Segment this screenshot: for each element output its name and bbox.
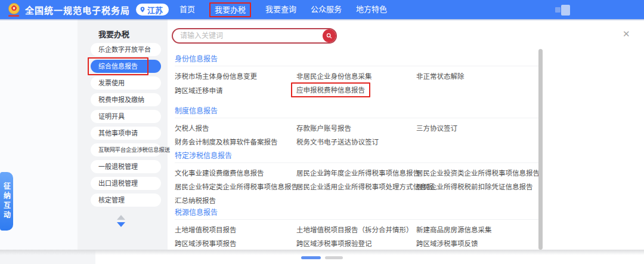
section-title-system-info-report: 制度信息报告 [175, 107, 540, 118]
sidebar-item-leqi-digital-platform[interactable]: 乐企数字开放平台 [91, 43, 161, 56]
nav-item-home[interactable]: 首页 [179, 0, 195, 19]
sidebar-scroll-down-icon[interactable] [117, 222, 125, 227]
section-identity-info-report: 身份信息报告涉税市场主体身份信息变更非居民企业身份信息采集非正常状态解除跨区域迁… [175, 55, 540, 96]
link-item[interactable]: 跨区域涉税事项反馈 [416, 238, 478, 248]
link-item[interactable]: 应申报税费种信息报告 [291, 82, 370, 97]
sidebar-item-general-refund[interactable]: 一般退税管理 [91, 160, 161, 173]
link-item[interactable]: 文化事业建设费缴费信息报告 [175, 168, 264, 177]
section-title-identity-info-report: 身份信息报告 [175, 55, 540, 66]
search-input[interactable] [173, 32, 323, 40]
sidebar-item-export-refund[interactable]: 出口退税管理 [91, 177, 161, 190]
link-item[interactable]: 涉税市场主体身份信息变更 [175, 71, 257, 81]
pagination-bar[interactable] [301, 256, 321, 259]
link-row: 文化事业建设费缴费信息报告居民企业跨年度企业所得税事项信息报告居民企业投资类企业… [175, 165, 540, 179]
nav-item-local-features[interactable]: 地方特色 [356, 0, 387, 19]
sidebar-item-tax-filing-payment[interactable]: 税费申报及缴纳 [91, 93, 161, 106]
link-row: 涉税市场主体身份信息变更非居民企业身份信息采集非正常状态解除 [175, 69, 540, 82]
service-sections: 身份信息报告涉税市场主体身份信息变更非居民企业身份信息采集非正常状态解除跨区域迁… [175, 55, 540, 250]
link-item[interactable]: 欠税人报告 [175, 123, 209, 133]
link-cell: 居民企业跨年度企业所得税事项信息报告 [296, 167, 416, 178]
link-cell: 税务文书电子送达协议签订 [296, 136, 416, 147]
link-cell: 新建商品房房源信息采集 [416, 224, 540, 235]
link-item[interactable]: 汇总纳税报告 [175, 195, 216, 205]
topbar: 全国统一规范电子税务局 江苏 首页我要办税我要查询公众服务地方特色 [0, 0, 644, 19]
link-row: 欠税人报告存款账户账号报告三方协议签订 [175, 121, 540, 134]
link-cell: 跨区域涉税事项报告 [175, 238, 296, 248]
pagination-bar[interactable] [325, 256, 343, 259]
region-badge[interactable]: 江苏 [136, 4, 169, 16]
link-row: 财务会计制度及核算软件备案报告税务文书电子送达协议签订 [175, 134, 540, 148]
link-cell: 土地增值税项目报告（拆分合并情形） [296, 224, 416, 235]
section-title-specific-tax-info-report: 特定涉税信息报告 [175, 152, 540, 162]
link-cell: 财务会计制度及核算软件备案报告 [175, 136, 296, 147]
section-title-tax-source-info-report: 税源信息报告 [175, 208, 540, 219]
link-item[interactable]: 土地增值税项目报告（拆分合并情形） [296, 225, 413, 234]
bottom-shadow-band [0, 250, 644, 255]
link-item[interactable]: 财务会计制度及核算软件备案报告 [175, 137, 278, 146]
sidebar-header: 我要办税 [98, 28, 129, 39]
link-cell: 居民企业投资类企业所得税事项信息报告 [416, 167, 540, 178]
link-cell: 非居民企业身份信息采集 [296, 70, 416, 81]
nav-item-public-service[interactable]: 公众服务 [311, 0, 342, 19]
app-window: 全国统一规范电子税务局 江苏 首页我要办税我要查询公众服务地方特色 征纳互动 我… [0, 0, 644, 264]
link-item[interactable]: 居民企业所得税税前扣除凭证信息报告 [416, 182, 533, 191]
link-item[interactable]: 跨区域迁移申请 [175, 85, 223, 95]
section-rows: 文化事业建设费缴费信息报告居民企业跨年度企业所得税事项信息报告居民企业投资类企业… [175, 163, 540, 207]
link-cell: 三方协议签订 [416, 122, 540, 133]
section-specific-tax-info-report: 特定涉税信息报告文化事业建设费缴费信息报告居民企业跨年度企业所得税事项信息报告居… [175, 152, 540, 207]
link-cell: 涉税市场主体身份信息变更 [175, 70, 296, 81]
link-item[interactable]: 居民企业投资类企业所得税事项信息报告 [416, 168, 540, 177]
close-icon[interactable]: ✕ [623, 29, 630, 39]
link-cell: 跨区域迁移申请 [175, 85, 296, 96]
link-cell: 居民企业所得税税前扣除凭证信息报告 [416, 181, 540, 192]
user-info-redacted [555, 7, 561, 13]
section-rows: 涉税市场主体身份信息变更非居民企业身份信息采集非正常状态解除跨区域迁移申请应申报… [175, 66, 540, 96]
nav-item-query[interactable]: 我要查询 [265, 0, 296, 19]
sidebar-item-other-matters[interactable]: 其他事项申请 [91, 127, 161, 140]
sidebar-item-internet-platform-report[interactable]: 互联网平台企业涉税信息报送 [91, 143, 161, 156]
link-cell: 欠税人报告 [175, 122, 296, 133]
link-item[interactable]: 非居民企业身份信息采集 [296, 71, 372, 81]
link-item[interactable]: 存款账户账号报告 [296, 123, 351, 133]
link-row: 跨区域迁移申请应申报税费种信息报告 [175, 82, 540, 96]
link-item[interactable]: 非正常状态解除 [416, 71, 465, 81]
sidebar-item-comprehensive-info-report[interactable]: 综合信息报告 [91, 60, 161, 73]
scrollbar[interactable] [538, 49, 543, 250]
search-button[interactable] [323, 29, 336, 42]
sidebar-item-assessment-management[interactable]: 核定管理 [91, 194, 161, 207]
link-row: 汇总纳税报告 [175, 193, 540, 207]
link-cell: 土地增值税项目报告 [175, 224, 296, 235]
sidebar-scroll-up-icon[interactable] [117, 215, 125, 220]
link-item[interactable]: 居民企业特定类企业所得税事项信息报告 [175, 182, 298, 191]
sidebar-item-certificate-issuance[interactable]: 证明开具 [91, 110, 161, 123]
section-rows: 欠税人报告存款账户账号报告三方协议签订财务会计制度及核算软件备案报告税务文书电子… [175, 118, 540, 148]
link-cell: 居民企业特定类企业所得税事项信息报告 [175, 181, 296, 192]
pagination [301, 256, 343, 259]
link-cell: 跨区域涉税事项反馈 [416, 238, 540, 248]
sidebar-pager [117, 215, 125, 227]
app-title: 全国统一规范电子税务局 [25, 4, 130, 16]
link-item[interactable]: 土地增值税项目报告 [175, 225, 237, 234]
link-row: 跨区域涉税事项报告跨区域涉税事项报验登记跨区域涉税事项反馈 [175, 236, 540, 250]
tax-emblem-icon [8, 3, 20, 14]
logo-caption [8, 15, 19, 17]
link-cell: 居民企业适用企业所得税事项处理方式信息报... [296, 181, 416, 192]
link-item[interactable]: 跨区域涉税事项报告 [175, 238, 237, 248]
interaction-tab[interactable]: 征纳互动 [0, 172, 13, 231]
nav-item-do-tax[interactable]: 我要办税 [209, 2, 251, 17]
link-cell: 应申报税费种信息报告 [296, 82, 416, 97]
user-avatar-redacted [561, 5, 570, 16]
link-item[interactable]: 三方协议签订 [416, 123, 457, 133]
link-item[interactable]: 居民企业跨年度企业所得税事项信息报告 [296, 168, 420, 177]
link-cell: 汇总纳税报告 [175, 195, 296, 205]
link-row: 居民企业特定类企业所得税事项信息报告居民企业适用企业所得税事项处理方式信息报..… [175, 179, 540, 193]
sidebar-item-invoice-use[interactable]: 发票使用 [91, 76, 161, 90]
section-rows: 土地增值税项目报告土地增值税项目报告（拆分合并情形）新建商品房房源信息采集跨区域… [175, 220, 540, 250]
link-item[interactable]: 新建商品房房源信息采集 [416, 225, 492, 234]
top-navigation: 首页我要办税我要查询公众服务地方特色 [179, 0, 387, 19]
link-row: 土地增值税项目报告土地增值税项目报告（拆分合并情形）新建商品房房源信息采集 [175, 222, 540, 236]
link-cell: 跨区域涉税事项报验登记 [296, 238, 416, 248]
link-item[interactable]: 税务文书电子送达协议签订 [296, 137, 379, 146]
link-cell: 非正常状态解除 [416, 70, 540, 81]
link-item[interactable]: 跨区域涉税事项报验登记 [296, 238, 372, 248]
